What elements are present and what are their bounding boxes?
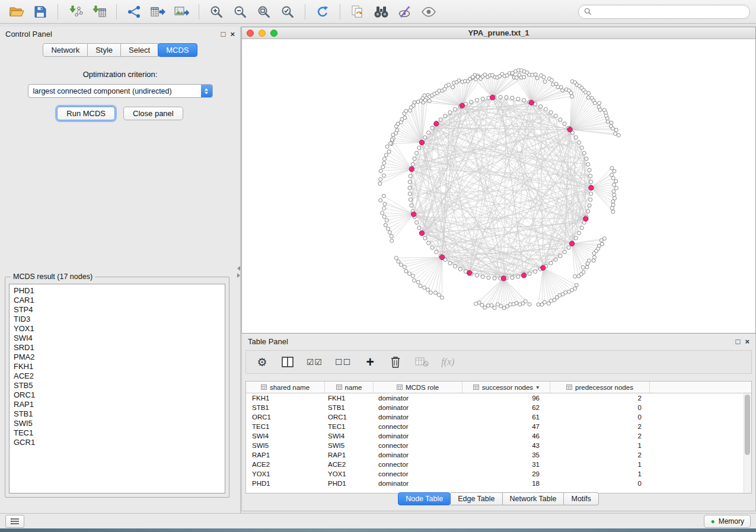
mcds-result-item[interactable]: ORC1 [9,390,225,400]
run-mcds-button[interactable]: Run MCDS [57,107,115,120]
table-row[interactable]: YOX1YOX1connector291 [246,469,744,479]
column-header-predecessor-nodes[interactable]: predecessor nodes [550,382,650,393]
zoom-fit-button[interactable] [253,3,275,21]
close-panel-icon[interactable]: × [745,338,749,345]
column-header-shared-name[interactable]: shared name [246,382,325,393]
annotation-mode-button[interactable] [394,3,416,21]
mcds-result-item[interactable]: PMA2 [9,352,225,362]
table-row[interactable]: STB1STB1dominator620 [246,403,744,412]
search-input[interactable] [595,7,744,17]
function-builder-icon[interactable]: f(x) [441,355,454,369]
table-cell: PHD1 [325,480,374,487]
network-canvas[interactable] [242,39,755,333]
add-column-icon[interactable]: + [363,355,377,369]
minimize-window-icon[interactable] [259,30,266,37]
table-row[interactable]: ORC1ORC1dominator610 [246,412,744,422]
maximize-window-icon[interactable] [270,30,277,37]
refresh-button[interactable] [312,3,333,21]
panel-splitter-handle[interactable] [236,264,241,280]
column-header-name[interactable]: name [325,382,374,393]
tab-network[interactable]: Network [43,43,88,57]
export-image-button[interactable] [171,3,192,21]
float-panel-icon[interactable]: □ [221,30,226,38]
export-network-icon [126,5,142,19]
criterion-select[interactable]: largest connected component (undirected) [28,84,213,98]
delete-table-icon[interactable] [414,355,429,369]
table-scrollbar[interactable] [744,393,751,493]
status-menu-button[interactable] [5,515,24,528]
mcds-result-item[interactable]: STB1 [9,409,225,419]
network-window-titlebar[interactable]: YPA_prune.txt_1 [242,27,755,39]
column-header-icon [336,384,342,390]
float-panel-icon[interactable]: □ [736,338,741,345]
column-header-filler [650,382,751,393]
clone-network-button[interactable] [347,3,368,21]
import-table-button[interactable] [88,3,110,21]
close-window-icon[interactable] [247,30,254,37]
table-cell: 35 [462,451,550,459]
table-row[interactable]: SWI4SWI4dominator462 [246,431,744,441]
mcds-result-item[interactable]: SWI4 [9,334,225,343]
column-header-mcds-role[interactable]: MCDS role [374,382,462,393]
tab-select[interactable]: Select [121,43,158,57]
table-row[interactable]: RAP1RAP1dominator352 [246,450,744,460]
table-cell: 29 [462,470,550,477]
select-all-rows-icon[interactable]: ☑☑ [307,355,323,369]
mcds-result-item[interactable]: SRD1 [9,343,225,352]
table-row[interactable]: TEC1TEC1connector472 [246,422,744,431]
search-box[interactable] [578,5,750,19]
export-network-button[interactable] [123,3,145,21]
column-visibility-icon[interactable] [281,355,294,369]
save-session-button[interactable] [30,3,51,21]
zoom-in-button[interactable] [206,3,227,21]
tab-style[interactable]: Style [88,43,121,57]
mcds-result-item[interactable]: GCR1 [9,438,225,447]
table-cell: SWI5 [325,442,374,449]
import-network-button[interactable] [65,3,86,21]
delete-column-icon[interactable] [389,355,402,369]
mcds-result-item[interactable]: FKH1 [9,362,225,371]
toolbar-separator [340,4,340,20]
mcds-result-item[interactable]: YOX1 [9,324,225,334]
mcds-result-item[interactable]: TEC1 [9,428,225,438]
table-row[interactable]: PHD1PHD1dominator180 [246,479,744,488]
mcds-result-item[interactable]: RAP1 [9,400,225,409]
tab-network-table[interactable]: Network Table [503,492,564,505]
mcds-result-item[interactable]: PHD1 [9,286,225,296]
mcds-result-item[interactable]: TID3 [9,315,225,324]
open-session-button[interactable] [6,3,27,21]
zoom-selected-icon [280,5,295,19]
tab-motifs[interactable]: Motifs [564,492,598,505]
column-header-successor-nodes[interactable]: successor nodes ▾ [462,382,550,393]
tab-mcds[interactable]: MCDS [158,43,197,57]
table-cell: 1 [550,461,650,468]
pencil-eye-icon [398,5,412,19]
table-settings-gear-icon[interactable]: ⚙ [256,355,269,369]
tab-edge-table[interactable]: Edge Table [451,492,502,505]
memory-button[interactable]: ● Memory [704,515,751,528]
export-table-button[interactable] [147,3,168,21]
close-panel-icon[interactable]: × [230,30,235,38]
table-cell: TEC1 [325,423,374,430]
zoom-out-button[interactable] [229,3,251,21]
find-button[interactable] [371,3,392,21]
mcds-result-item[interactable]: STP4 [9,305,225,315]
table-cell: 2 [550,451,650,459]
mcds-result-item[interactable]: ACE2 [9,371,225,381]
mcds-result-list[interactable]: PHD1CAR1STP4TID3YOX1SWI4SRD1PMA2FKH1ACE2… [9,284,225,493]
scrollbar-thumb[interactable] [745,395,750,455]
deselect-all-rows-icon[interactable]: ☐☐ [335,355,351,369]
clone-document-icon [350,5,365,19]
mcds-result-item[interactable]: CAR1 [9,296,225,305]
table-row[interactable]: ACE2ACE2connector311 [246,460,744,469]
network-view-window: YPA_prune.txt_1 [241,27,756,334]
criterion-selected-value: largest connected component (undirected) [28,87,201,95]
close-panel-button[interactable]: Close panel [123,107,183,120]
mcds-result-item[interactable]: SWI5 [9,419,225,428]
tab-node-table[interactable]: Node Table [398,492,451,505]
table-row[interactable]: FKH1FKH1dominator962 [246,393,744,403]
show-hide-button[interactable] [418,3,439,21]
zoom-selected-button[interactable] [277,3,298,21]
table-row[interactable]: SWI5SWI5connector431 [246,441,744,450]
mcds-result-item[interactable]: STB5 [9,381,225,390]
